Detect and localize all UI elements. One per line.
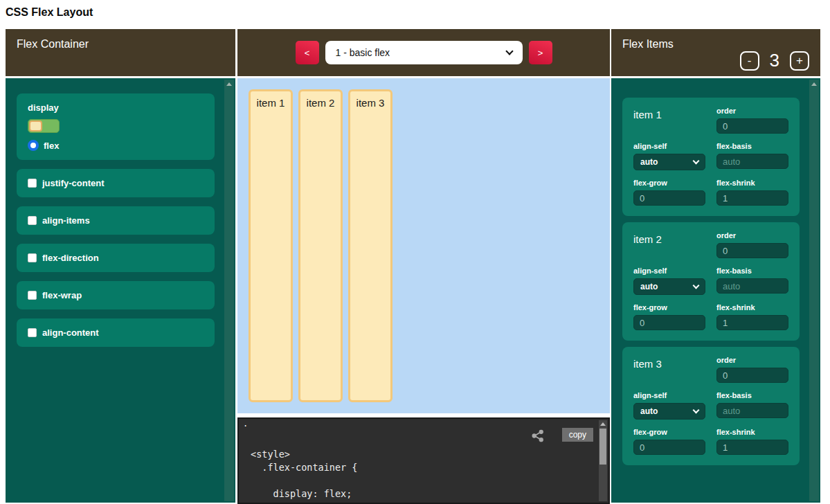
item-3-order-input[interactable] bbox=[716, 368, 788, 383]
flex-preview-container: item 1 item 2 item 3 bbox=[237, 78, 610, 413]
code-line: <style> bbox=[251, 448, 595, 461]
flex-direction-checkbox[interactable] bbox=[28, 253, 37, 262]
chevron-down-icon bbox=[505, 47, 513, 55]
item-2-order-input[interactable] bbox=[716, 243, 788, 258]
item-2-flex-grow-input[interactable] bbox=[633, 315, 705, 330]
justify-content-checkbox[interactable] bbox=[28, 179, 37, 188]
flex-basis-label: flex-basis bbox=[716, 391, 788, 399]
flex-grow-label: flex-grow bbox=[633, 179, 705, 187]
flex-shrink-label: flex-shrink bbox=[716, 179, 788, 187]
right-panel-scrollbar[interactable] bbox=[809, 80, 819, 501]
flex-radio-label: flex bbox=[44, 141, 59, 151]
page-title: CSS Flex Layout bbox=[6, 6, 93, 19]
next-scenario-button[interactable]: > bbox=[529, 41, 552, 64]
item-2-flex-basis-input[interactable] bbox=[716, 278, 788, 294]
item-2-flex-shrink-input[interactable] bbox=[716, 315, 788, 330]
order-label: order bbox=[716, 231, 788, 240]
flex-shrink-label: flex-shrink bbox=[716, 303, 788, 312]
preview-flex-item: item 3 bbox=[348, 89, 393, 402]
add-item-button[interactable]: + bbox=[790, 51, 809, 71]
flex-direction-card[interactable]: flex-direction bbox=[17, 244, 215, 272]
flex-wrap-card[interactable]: flex-wrap bbox=[17, 281, 215, 309]
flex-wrap-checkbox[interactable] bbox=[28, 291, 37, 300]
scenario-bar: < 1 - basic flex > bbox=[237, 29, 610, 76]
justify-content-label: justify-content bbox=[42, 178, 105, 188]
item-1-title: item 1 bbox=[633, 107, 705, 134]
item-3-flex-basis-input[interactable] bbox=[716, 403, 788, 418]
item-count: 3 bbox=[770, 50, 779, 71]
code-line bbox=[251, 474, 595, 487]
item-2-card: item 2 order align-self auto flex-basis bbox=[622, 222, 800, 341]
flex-direction-label: flex-direction bbox=[42, 253, 99, 263]
align-content-label: align-content bbox=[42, 327, 99, 338]
align-self-value: auto bbox=[640, 406, 658, 416]
share-icon[interactable] bbox=[530, 429, 545, 443]
flex-radio[interactable] bbox=[28, 140, 39, 151]
chevron-down-icon bbox=[693, 406, 700, 413]
scenario-select[interactable]: 1 - basic flex bbox=[325, 41, 523, 64]
display-toggle[interactable] bbox=[28, 119, 60, 133]
scroll-up-icon[interactable] bbox=[226, 82, 232, 86]
chevron-down-icon bbox=[693, 157, 700, 164]
code-block: <style> .flex-container { display: flex; bbox=[251, 448, 595, 501]
flex-items-panel-header: Flex Items - 3 + bbox=[611, 29, 820, 76]
chevron-down-icon bbox=[693, 282, 700, 289]
item-3-align-self-select[interactable]: auto bbox=[633, 403, 705, 420]
preview-column: < 1 - basic flex > item 1 item 2 item 3 … bbox=[237, 29, 610, 504]
flex-items-panel: Flex Items - 3 + item 1 order align-self… bbox=[611, 29, 820, 503]
code-panel-dot: . bbox=[243, 419, 248, 429]
left-panel-scrollbar[interactable] bbox=[224, 80, 234, 501]
align-self-label: align-self bbox=[633, 391, 705, 399]
order-label: order bbox=[716, 107, 788, 115]
item-1-flex-grow-input[interactable] bbox=[633, 190, 705, 206]
align-content-checkbox[interactable] bbox=[28, 328, 37, 337]
remove-item-button[interactable]: - bbox=[740, 51, 759, 71]
align-items-label: align-items bbox=[42, 215, 90, 226]
scroll-up-icon[interactable] bbox=[811, 82, 817, 86]
align-content-card[interactable]: align-content bbox=[17, 318, 215, 347]
flex-container-panel: Flex Container display flex justify-cont… bbox=[6, 29, 235, 503]
item-3-card: item 3 order align-self auto flex-basis bbox=[622, 347, 800, 465]
display-card: display flex bbox=[17, 93, 215, 160]
item-1-flex-shrink-input[interactable] bbox=[716, 190, 788, 206]
flex-wrap-label: flex-wrap bbox=[42, 290, 82, 300]
code-panel: . copy <style> .flex-container { display… bbox=[237, 417, 610, 504]
flex-shrink-label: flex-shrink bbox=[716, 428, 788, 436]
item-2-align-self-select[interactable]: auto bbox=[633, 278, 705, 295]
code-scrollbar-thumb[interactable] bbox=[599, 429, 606, 465]
align-self-value: auto bbox=[640, 157, 658, 167]
code-line: display: flex; bbox=[251, 487, 595, 501]
order-label: order bbox=[716, 356, 788, 364]
align-items-checkbox[interactable] bbox=[28, 216, 37, 225]
item-3-title: item 3 bbox=[633, 356, 705, 383]
align-self-label: align-self bbox=[633, 267, 705, 275]
item-1-card: item 1 order align-self auto flex-basis bbox=[622, 98, 800, 216]
scenario-select-value: 1 - basic flex bbox=[336, 47, 390, 58]
flex-basis-label: flex-basis bbox=[716, 267, 788, 275]
item-3-flex-grow-input[interactable] bbox=[633, 440, 705, 455]
flex-grow-label: flex-grow bbox=[633, 303, 705, 312]
display-label: display bbox=[28, 102, 204, 113]
item-1-align-self-select[interactable]: auto bbox=[633, 154, 705, 170]
scroll-up-icon[interactable] bbox=[600, 422, 606, 426]
display-toggle-knob bbox=[29, 120, 42, 132]
flex-items-panel-body: item 1 order align-self auto flex-basis bbox=[611, 78, 820, 503]
code-scrollbar[interactable] bbox=[599, 420, 607, 501]
align-self-value: auto bbox=[640, 282, 658, 291]
item-2-title: item 2 bbox=[633, 231, 705, 258]
flex-grow-label: flex-grow bbox=[633, 428, 705, 436]
align-items-card[interactable]: align-items bbox=[17, 206, 215, 235]
preview-flex-item: item 2 bbox=[298, 89, 343, 402]
preview-flex-item: item 1 bbox=[249, 89, 293, 402]
prev-scenario-button[interactable]: < bbox=[296, 41, 319, 64]
code-line: .flex-container { bbox=[251, 461, 595, 474]
flex-basis-label: flex-basis bbox=[716, 142, 788, 150]
align-self-label: align-self bbox=[633, 142, 705, 150]
flex-container-panel-title: Flex Container bbox=[6, 29, 235, 76]
flex-items-panel-title: Flex Items bbox=[622, 38, 674, 50]
item-1-flex-basis-input[interactable] bbox=[716, 154, 788, 169]
justify-content-card[interactable]: justify-content bbox=[17, 169, 215, 197]
item-1-order-input[interactable] bbox=[716, 118, 788, 134]
item-3-flex-shrink-input[interactable] bbox=[716, 440, 788, 455]
copy-button[interactable]: copy bbox=[562, 428, 593, 442]
